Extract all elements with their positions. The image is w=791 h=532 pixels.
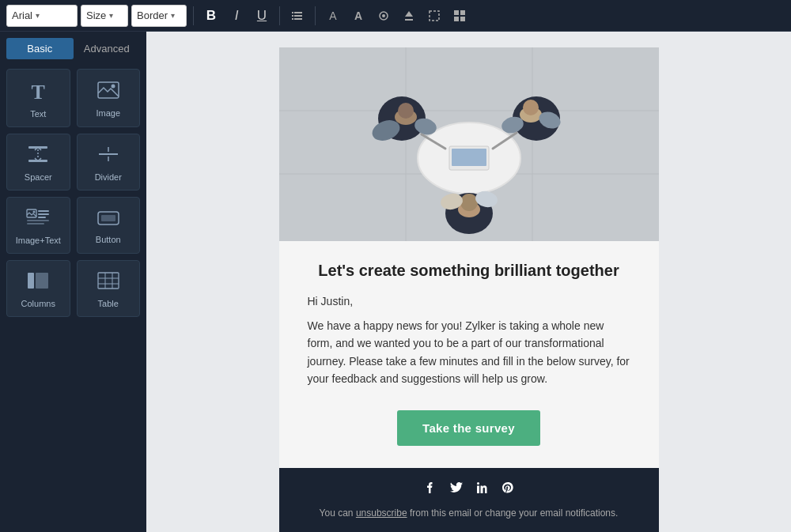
sidebar-item-image-text[interactable]: Image+Text: [6, 197, 70, 254]
svg-rect-4: [292, 15, 293, 17]
svg-rect-30: [36, 273, 48, 289]
email-footer: You can unsubscribe from this email or c…: [279, 468, 659, 532]
svg-rect-25: [27, 220, 49, 221]
svg-point-53: [523, 100, 539, 115]
email-image-block: [279, 47, 659, 241]
svg-point-57: [460, 194, 478, 211]
svg-rect-3: [292, 12, 293, 13]
svg-rect-8: [405, 19, 413, 21]
sidebar-item-table[interactable]: Table: [77, 260, 141, 317]
email-body: Let's create something brilliant togethe…: [279, 241, 659, 468]
svg-rect-0: [294, 12, 302, 13]
border-selector[interactable]: Border ▾: [131, 5, 187, 27]
svg-rect-44: [452, 149, 486, 166]
svg-rect-13: [460, 17, 465, 21]
footer-unsubscribe-link[interactable]: unsubscribe: [356, 507, 407, 519]
svg-rect-2: [294, 18, 302, 20]
list-button[interactable]: [286, 5, 308, 27]
border-icon-button[interactable]: [423, 5, 445, 27]
size-label: Size: [86, 9, 106, 21]
svg-rect-24: [38, 217, 46, 218]
toolbar-divider-3: [315, 6, 316, 25]
svg-rect-26: [27, 223, 44, 224]
canvas-area: Let's create something brilliant togethe…: [146, 32, 791, 532]
highlight-button[interactable]: [373, 5, 395, 27]
main-layout: Basic Advanced T Text Image: [0, 32, 791, 532]
footer-text-after: from this email or change your email not…: [407, 507, 619, 519]
email-heading: Let's create something brilliant togethe…: [308, 260, 630, 281]
email-wrapper: Let's create something brilliant togethe…: [279, 47, 659, 516]
font-label: Arial: [12, 9, 32, 21]
font-selector[interactable]: Arial ▾: [6, 5, 78, 27]
text-icon: T: [32, 81, 45, 104]
svg-rect-12: [454, 17, 459, 21]
bg-color-button[interactable]: A: [347, 5, 369, 27]
svg-point-63: [477, 482, 479, 485]
footer-text-before: You can: [320, 507, 356, 519]
grid-button[interactable]: [448, 5, 471, 27]
sidebar-item-divider-label: Divider: [95, 172, 122, 182]
footer-social-icons: [295, 482, 643, 496]
twitter-icon[interactable]: [450, 482, 463, 496]
linkedin-icon[interactable]: [477, 482, 488, 496]
underline-button[interactable]: U: [251, 5, 273, 27]
sidebar-grid: T Text Image: [6, 69, 140, 317]
sidebar-item-spacer[interactable]: Spacer: [6, 134, 70, 191]
svg-rect-9: [430, 11, 439, 21]
toolbar-divider-1: [193, 6, 194, 25]
svg-rect-22: [38, 210, 49, 212]
svg-rect-1: [294, 15, 302, 17]
image-icon: [97, 81, 119, 104]
svg-point-7: [382, 14, 385, 17]
toolbar: Arial ▾ Size ▾ Border ▾ B I U A A: [0, 0, 791, 32]
sidebar-item-columns-label: Columns: [21, 299, 55, 308]
email-greeting: Hi Justin,: [308, 295, 630, 308]
italic-button[interactable]: I: [225, 5, 248, 27]
sidebar-item-text[interactable]: T Text: [6, 69, 70, 127]
svg-rect-29: [28, 273, 34, 289]
tab-advanced[interactable]: Advanced: [74, 38, 141, 59]
svg-point-49: [398, 103, 414, 119]
sidebar-item-spacer-label: Spacer: [25, 172, 52, 182]
svg-rect-23: [38, 213, 49, 215]
tab-basic[interactable]: Basic: [6, 38, 74, 59]
svg-rect-10: [454, 10, 459, 15]
email-body-text: We have a happy news for you! Zylker is …: [308, 317, 630, 388]
sidebar-tabs: Basic Advanced: [6, 38, 140, 59]
bold-button[interactable]: B: [200, 5, 222, 27]
sidebar-item-divider[interactable]: Divider: [77, 134, 141, 191]
columns-icon: [27, 272, 49, 294]
svg-rect-5: [292, 18, 293, 20]
table-icon: [97, 272, 119, 294]
pinterest-icon[interactable]: [502, 482, 513, 496]
sidebar-item-columns[interactable]: Columns: [6, 260, 70, 317]
svg-rect-62: [477, 485, 479, 493]
toolbar-divider-2: [279, 6, 280, 25]
button-icon: [97, 209, 119, 230]
svg-rect-11: [460, 10, 465, 15]
sidebar-item-image[interactable]: Image: [77, 69, 141, 127]
divider-icon: [97, 145, 119, 168]
font-color-button[interactable]: A: [322, 5, 344, 27]
survey-button[interactable]: Take the survey: [397, 410, 540, 446]
sidebar-item-table-label: Table: [98, 299, 119, 308]
font-chevron-icon: ▾: [36, 11, 40, 20]
fill-button[interactable]: [398, 5, 420, 27]
svg-point-21: [33, 211, 36, 213]
sidebar-item-image-label: Image: [96, 108, 120, 118]
image-text-icon: [26, 209, 50, 231]
email-cta-wrapper: Take the survey: [308, 410, 630, 446]
sidebar-item-button-label: Button: [96, 235, 121, 244]
border-label: Border: [137, 9, 168, 21]
facebook-icon[interactable]: [425, 482, 436, 496]
size-chevron-icon: ▾: [109, 11, 113, 20]
sidebar-item-button[interactable]: Button: [77, 197, 141, 254]
size-selector[interactable]: Size ▾: [81, 5, 128, 27]
border-chevron-icon: ▾: [171, 11, 175, 20]
footer-text: You can unsubscribe from this email or c…: [295, 506, 643, 520]
svg-rect-31: [98, 273, 119, 289]
sidebar-item-image-text-label: Image+Text: [16, 236, 61, 245]
svg-rect-28: [101, 215, 115, 221]
sidebar: Basic Advanced T Text Image: [0, 32, 146, 532]
svg-point-15: [111, 85, 115, 89]
